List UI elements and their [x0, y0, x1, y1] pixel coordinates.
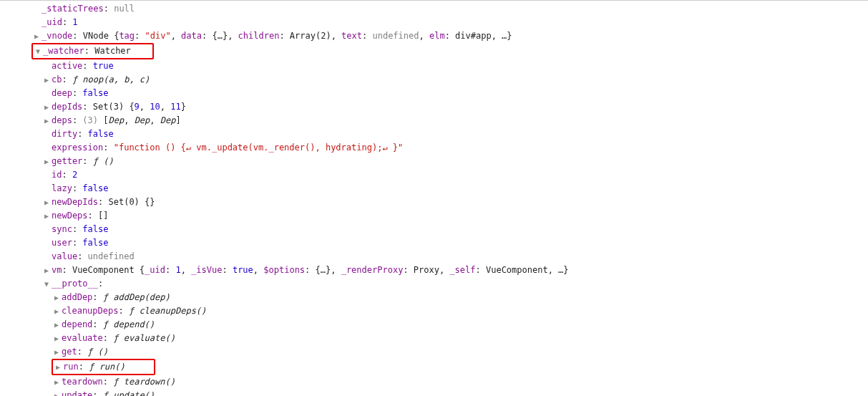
- value-segment: _uid: [145, 265, 165, 275]
- object-property-row[interactable]: ▶update: ƒ update(): [0, 389, 868, 396]
- value-segment: :: [165, 265, 175, 275]
- object-property-row[interactable]: ▶vm: VueComponent {_uid: 1, _isVue: true…: [0, 264, 868, 277]
- property-content: deep: false: [52, 88, 108, 98]
- value-segment: Array(2),: [290, 31, 341, 41]
- colon: :: [72, 88, 82, 98]
- object-property-row[interactable]: ▶lazy: false: [0, 182, 868, 195]
- value-segment: :: [445, 31, 455, 41]
- expand-icon[interactable]: ▶: [54, 390, 62, 396]
- value-segment: 9: [135, 102, 140, 112]
- object-property-row[interactable]: ▶user: false: [0, 236, 868, 250]
- expand-icon[interactable]: ▶: [44, 101, 52, 114]
- collapse-icon[interactable]: ▼: [44, 278, 52, 291]
- object-property-row[interactable]: ▶_vnode: VNode {tag: "div", data: {…}, c…: [0, 29, 868, 43]
- colon: :: [72, 224, 82, 234]
- expand-icon[interactable]: ▶: [34, 30, 42, 43]
- object-property-row[interactable]: ▶sync: false: [0, 223, 868, 236]
- object-property-row[interactable]: ▶cb: ƒ noop(a, b, c): [0, 73, 868, 87]
- property-key: dirty: [52, 129, 77, 139]
- value-segment: undefined: [372, 31, 419, 41]
- value-segment: false: [88, 129, 114, 139]
- object-property-row[interactable]: ▶newDepIds: Set(0) {}: [0, 195, 868, 209]
- expand-icon[interactable]: ▶: [56, 361, 63, 374]
- colon: :: [62, 265, 72, 275]
- value-segment: {…},: [212, 31, 238, 41]
- object-property-row[interactable]: ▶deps: (3) [Dep, Dep, Dep]: [0, 114, 868, 127]
- object-property-row[interactable]: ▶teardown: ƒ teardown(): [0, 375, 868, 389]
- expand-icon[interactable]: ▶: [54, 319, 62, 332]
- object-property-row[interactable]: ▶getter: ƒ (): [0, 155, 868, 168]
- expand-icon[interactable]: ▶: [44, 155, 52, 168]
- value-segment: _isVue: [191, 265, 222, 275]
- property-content: run: ƒ run(): [63, 362, 125, 372]
- object-property-row[interactable]: ▶active: true: [0, 59, 868, 73]
- property-content: newDepIds: Set(0) {}: [52, 197, 155, 207]
- property-key: user: [52, 238, 72, 248]
- object-property-row[interactable]: ▶cleanupDeps: ƒ cleanupDeps(): [0, 304, 868, 318]
- expand-icon[interactable]: ▶: [44, 115, 52, 127]
- property-content: depIds: Set(3) {9, 10, 11}: [52, 102, 186, 112]
- property-content: cleanupDeps: ƒ cleanupDeps(): [62, 306, 206, 316]
- object-property-row[interactable]: ▶get: ƒ (): [0, 345, 868, 359]
- object-property-row[interactable]: ▶depend: ƒ depend(): [0, 318, 868, 332]
- property-content: __proto__:: [52, 279, 103, 289]
- object-property-row[interactable]: ▶expression: "function () {↵ vm._update(…: [0, 141, 868, 155]
- value-segment: true: [93, 61, 114, 71]
- expand-icon[interactable]: ▶: [44, 264, 52, 277]
- object-property-row[interactable]: ▶deep: false: [0, 87, 868, 100]
- value-segment: ,: [124, 115, 134, 125]
- value-segment: Watcher: [94, 46, 131, 56]
- object-property-row[interactable]: ▶evaluate: ƒ evaluate(): [0, 332, 868, 345]
- value-segment: ,: [160, 102, 170, 112]
- value-segment: Dep: [109, 115, 125, 125]
- expand-icon[interactable]: ▶: [44, 210, 52, 223]
- property-content: getter: ƒ (): [52, 156, 114, 166]
- value-segment: ,: [419, 31, 429, 41]
- object-property-row[interactable]: ▼__proto__:: [0, 277, 868, 291]
- expand-icon[interactable]: ▶: [44, 74, 52, 87]
- collapse-icon[interactable]: ▼: [36, 45, 43, 58]
- colon: :: [72, 238, 82, 248]
- colon: :: [77, 347, 87, 357]
- object-property-row[interactable]: ▶id: 2: [0, 168, 868, 182]
- value-segment: _renderProxy: [341, 265, 404, 275]
- value-segment: false: [82, 224, 108, 234]
- object-property-row[interactable]: ▶_uid: 1: [0, 16, 868, 29]
- value-segment: "div": [145, 31, 171, 41]
- value-segment: 2: [72, 170, 77, 180]
- object-property-row[interactable]: ▶value: undefined: [0, 250, 868, 264]
- value-segment: Set(0) {}: [108, 197, 155, 207]
- expand-icon[interactable]: ▶: [54, 346, 62, 359]
- object-property-row[interactable]: ▶run: ƒ run(): [0, 359, 868, 375]
- property-content: lazy: false: [52, 183, 108, 193]
- object-property-row[interactable]: ▶newDeps: []: [0, 209, 868, 223]
- colon: :: [84, 46, 94, 56]
- colon: :: [77, 251, 87, 261]
- property-content: _watcher: Watcher: [43, 46, 131, 56]
- colon: :: [62, 170, 72, 180]
- value-segment: Set(3) {: [93, 102, 135, 112]
- property-key: active: [52, 61, 82, 71]
- value-segment: :: [305, 265, 315, 275]
- property-content: cb: ƒ noop(a, b, c): [52, 74, 150, 84]
- expand-icon[interactable]: ▶: [54, 291, 62, 304]
- value-segment: teardown(): [124, 377, 175, 387]
- object-property-row[interactable]: ▶dirty: false: [0, 127, 868, 141]
- expand-icon[interactable]: ▶: [54, 376, 62, 389]
- object-property-row[interactable]: ▶_staticTrees: null: [0, 2, 868, 16]
- expand-icon[interactable]: ▶: [54, 332, 62, 345]
- colon: :: [103, 333, 113, 343]
- object-property-row[interactable]: ▶depIds: Set(3) {9, 10, 11}: [0, 100, 868, 114]
- object-property-row[interactable]: ▶addDep: ƒ addDep(dep): [0, 291, 868, 304]
- value-segment: (): [98, 347, 108, 357]
- value-segment: 1: [72, 17, 77, 27]
- value-segment: children: [238, 31, 280, 41]
- value-segment: ,: [181, 265, 191, 275]
- property-content: value: undefined: [52, 251, 135, 261]
- object-property-row[interactable]: ▼_watcher: Watcher: [0, 43, 868, 59]
- expand-icon[interactable]: ▶: [44, 196, 52, 209]
- value-segment: false: [82, 183, 108, 193]
- property-content: id: 2: [52, 170, 77, 180]
- property-content: expression: "function () {↵ vm._update(v…: [52, 143, 403, 153]
- expand-icon[interactable]: ▶: [54, 305, 62, 318]
